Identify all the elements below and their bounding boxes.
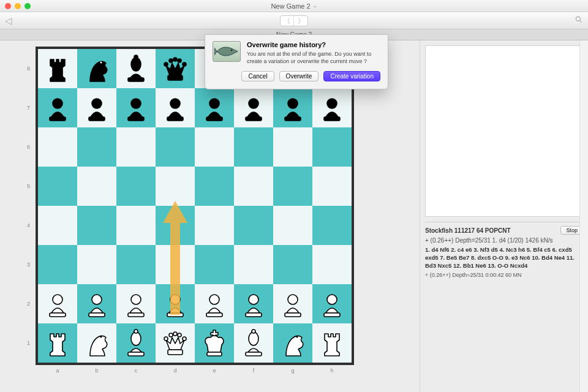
create-variation-button[interactable]: Create variation [323, 71, 380, 81]
square-b1[interactable] [77, 323, 116, 363]
square-e4[interactable] [195, 206, 234, 245]
square-c7[interactable] [116, 88, 156, 127]
square-e7[interactable] [195, 88, 234, 127]
svg-rect-51 [128, 352, 144, 356]
svg-point-63 [296, 336, 298, 338]
square-a8[interactable] [38, 49, 77, 88]
square-f6[interactable] [234, 127, 273, 167]
svg-rect-34 [50, 313, 66, 317]
square-b6[interactable] [77, 127, 116, 167]
square-g3[interactable] [273, 245, 312, 284]
square-g6[interactable] [273, 127, 312, 167]
svg-rect-28 [246, 117, 262, 121]
back-triangle-icon[interactable]: ◁ [5, 15, 12, 26]
overwrite-dialog: Overwrite game history? You are not at t… [205, 34, 388, 89]
nav-next-button[interactable]: 〉 [294, 16, 307, 26]
search-icon[interactable] [575, 15, 583, 26]
svg-rect-48 [324, 313, 340, 317]
square-a5[interactable] [38, 167, 77, 206]
square-f7[interactable] [234, 88, 273, 127]
square-a4[interactable] [38, 206, 77, 245]
square-e2[interactable] [195, 284, 234, 323]
square-b3[interactable] [77, 245, 116, 284]
square-e5[interactable] [195, 167, 234, 206]
square-e1[interactable] [195, 323, 234, 363]
square-d5[interactable] [156, 167, 195, 206]
square-g4[interactable] [273, 206, 312, 245]
file-label: g [273, 368, 312, 374]
square-d7[interactable] [156, 88, 195, 127]
square-c5[interactable] [116, 167, 156, 206]
square-f1[interactable] [234, 323, 273, 363]
square-a2[interactable] [38, 284, 77, 323]
svg-point-8 [169, 59, 173, 62]
overwrite-button[interactable]: Overwrite [279, 71, 319, 81]
file-label: c [116, 368, 156, 374]
square-a3[interactable] [38, 245, 77, 284]
zoom-window-button[interactable] [24, 3, 31, 9]
svg-point-25 [209, 99, 219, 108]
svg-line-1 [580, 21, 582, 23]
square-c8[interactable] [116, 49, 156, 88]
svg-point-31 [327, 99, 337, 108]
square-d6[interactable] [156, 127, 195, 167]
chevron-down-icon[interactable]: ⌄ [313, 3, 317, 9]
svg-point-0 [576, 17, 580, 21]
square-a7[interactable] [38, 88, 77, 127]
square-h5[interactable] [312, 167, 352, 206]
svg-point-50 [131, 332, 141, 345]
svg-rect-18 [50, 117, 66, 121]
svg-rect-59 [207, 352, 222, 356]
square-h4[interactable] [312, 206, 352, 245]
cancel-button[interactable]: Cancel [241, 71, 274, 81]
square-c3[interactable] [116, 245, 156, 284]
square-f2[interactable] [234, 284, 273, 323]
square-d8[interactable] [156, 49, 195, 88]
square-c4[interactable] [116, 206, 156, 245]
square-e3[interactable] [195, 245, 234, 284]
chess-board[interactable] [38, 49, 352, 363]
square-f3[interactable] [234, 245, 273, 284]
square-b5[interactable] [77, 167, 116, 206]
square-a6[interactable] [38, 127, 77, 167]
square-g1[interactable] [273, 323, 312, 363]
square-h3[interactable] [312, 245, 352, 284]
rank-label: 4 [27, 206, 30, 245]
svg-point-37 [131, 295, 141, 304]
square-b2[interactable] [77, 284, 116, 323]
svg-point-65 [231, 50, 233, 51]
square-h2[interactable] [312, 284, 352, 323]
square-g5[interactable] [273, 167, 312, 206]
square-f5[interactable] [234, 167, 273, 206]
square-b4[interactable] [77, 206, 116, 245]
square-g2[interactable] [273, 284, 312, 323]
rank-label: 5 [27, 167, 30, 206]
square-g7[interactable] [273, 88, 312, 127]
square-e6[interactable] [195, 127, 234, 167]
square-c2[interactable] [116, 284, 156, 323]
svg-point-43 [249, 295, 258, 304]
svg-point-5 [134, 55, 138, 59]
nav-prev-button[interactable]: 〈 [281, 16, 294, 26]
square-h6[interactable] [312, 127, 352, 167]
svg-point-2 [100, 62, 102, 64]
minimize-window-button[interactable] [15, 3, 21, 9]
square-h7[interactable] [312, 88, 352, 127]
svg-point-41 [209, 295, 219, 304]
svg-rect-26 [206, 117, 222, 121]
square-h1[interactable] [312, 323, 352, 363]
square-a1[interactable] [38, 323, 77, 363]
scrollbar[interactable] [579, 40, 588, 392]
move-arrow [156, 201, 195, 323]
engine-pv-line: 1. d4 Nf6 2. c4 e6 3. Nf3 d5 4. Nc3 h6 5… [425, 246, 583, 270]
square-f4[interactable] [234, 206, 273, 245]
svg-point-62 [252, 330, 255, 333]
svg-point-54 [164, 337, 168, 341]
square-d1[interactable] [156, 323, 195, 363]
square-c1[interactable] [116, 323, 156, 363]
notation-area[interactable] [425, 45, 583, 217]
square-b8[interactable] [77, 49, 116, 88]
square-c6[interactable] [116, 127, 156, 167]
square-b7[interactable] [77, 88, 116, 127]
close-window-button[interactable] [5, 3, 11, 9]
